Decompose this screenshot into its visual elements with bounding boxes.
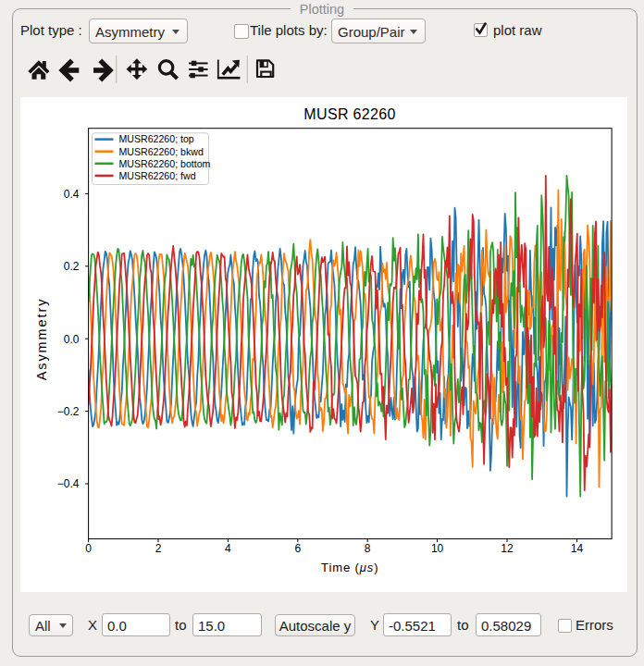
svg-text:MUSR62260; top: MUSR62260; top [119, 133, 194, 144]
svg-text:MUSR62260; bottom: MUSR62260; bottom [119, 158, 211, 169]
svg-text:−0.4: −0.4 [57, 477, 80, 490]
svg-text:MUSR62260; fwd: MUSR62260; fwd [119, 170, 196, 181]
svg-text:0.4: 0.4 [64, 188, 80, 201]
svg-text:0.2: 0.2 [64, 260, 80, 273]
svg-text:10: 10 [431, 542, 444, 555]
svg-text:12: 12 [501, 542, 514, 555]
svg-text:MUSR62260; bkwd: MUSR62260; bkwd [119, 146, 204, 157]
svg-text:6: 6 [294, 542, 301, 555]
svg-text:14: 14 [571, 542, 584, 555]
svg-text:0: 0 [85, 542, 92, 555]
svg-text:8: 8 [365, 542, 371, 555]
svg-text:Time (μs): Time (μs) [321, 561, 378, 574]
svg-text:MUSR 62260: MUSR 62260 [303, 106, 396, 122]
svg-text:2: 2 [155, 542, 162, 555]
svg-text:0.0: 0.0 [64, 333, 80, 346]
svg-text:−0.2: −0.2 [57, 405, 80, 418]
svg-text:4: 4 [225, 542, 231, 555]
svg-text:Asymmetry: Asymmetry [34, 298, 49, 381]
